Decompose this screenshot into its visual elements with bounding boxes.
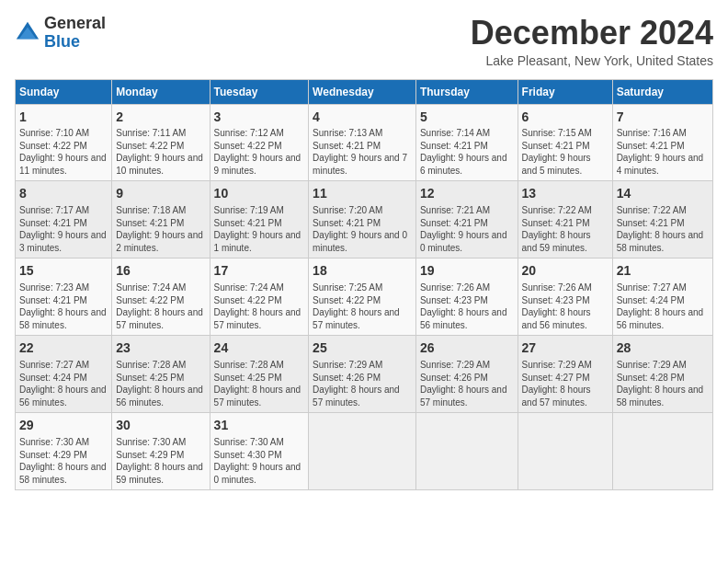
day-info: Sunrise: 7:11 AMSunset: 4:22 PMDaylight:… [116, 127, 205, 177]
calendar-cell: 15Sunrise: 7:23 AMSunset: 4:21 PMDayligh… [16, 259, 112, 336]
day-number: 24 [214, 339, 305, 357]
day-info: Sunrise: 7:26 AMSunset: 4:23 PMDaylight:… [522, 282, 609, 331]
day-number: 18 [313, 262, 412, 280]
day-number: 6 [522, 109, 609, 126]
page-header: General Blue December 2024 Lake Pleasant… [15, 15, 713, 68]
day-number: 20 [522, 262, 609, 280]
day-info: Sunrise: 7:26 AMSunset: 4:23 PMDaylight:… [420, 282, 514, 331]
day-info: Sunrise: 7:18 AMSunset: 4:21 PMDaylight:… [116, 204, 205, 254]
day-number: 10 [214, 185, 305, 202]
calendar-title: December 2024 [471, 15, 713, 52]
weekday-header-monday: Monday [112, 79, 210, 104]
day-number: 30 [116, 417, 205, 434]
calendar-table: SundayMondayTuesdayWednesdayThursdayFrid… [15, 79, 713, 490]
day-info: Sunrise: 7:24 AMSunset: 4:22 PMDaylight:… [214, 282, 305, 331]
logo-text: General Blue [44, 15, 106, 52]
day-info: Sunrise: 7:30 AMSunset: 4:29 PMDaylight:… [116, 436, 205, 486]
calendar-cell: 27Sunrise: 7:29 AMSunset: 4:27 PMDayligh… [518, 336, 612, 413]
day-number: 17 [214, 262, 305, 280]
day-number: 28 [617, 339, 709, 357]
calendar-cell: 11Sunrise: 7:20 AMSunset: 4:21 PMDayligh… [309, 181, 416, 259]
calendar-week-row: 1Sunrise: 7:10 AMSunset: 4:22 PMDaylight… [16, 104, 713, 181]
calendar-week-row: 29Sunrise: 7:30 AMSunset: 4:29 PMDayligh… [16, 413, 713, 490]
calendar-cell: 9Sunrise: 7:18 AMSunset: 4:21 PMDaylight… [112, 181, 210, 259]
calendar-cell [612, 413, 712, 490]
calendar-cell: 10Sunrise: 7:19 AMSunset: 4:21 PMDayligh… [210, 181, 309, 259]
calendar-cell: 4Sunrise: 7:13 AMSunset: 4:21 PMDaylight… [309, 104, 416, 181]
calendar-cell: 19Sunrise: 7:26 AMSunset: 4:23 PMDayligh… [415, 259, 518, 336]
day-number: 3 [214, 109, 305, 126]
calendar-cell: 16Sunrise: 7:24 AMSunset: 4:22 PMDayligh… [112, 259, 210, 336]
title-section: December 2024 Lake Pleasant, New York, U… [471, 15, 713, 68]
day-info: Sunrise: 7:30 AMSunset: 4:29 PMDaylight:… [19, 436, 108, 486]
day-number: 2 [116, 109, 205, 126]
day-info: Sunrise: 7:25 AMSunset: 4:22 PMDaylight:… [313, 282, 412, 331]
day-info: Sunrise: 7:21 AMSunset: 4:21 PMDaylight:… [420, 204, 514, 254]
weekday-header-row: SundayMondayTuesdayWednesdayThursdayFrid… [16, 79, 713, 104]
day-number: 29 [19, 417, 108, 434]
weekday-header-tuesday: Tuesday [210, 79, 309, 104]
day-number: 22 [19, 339, 108, 357]
day-number: 12 [420, 185, 514, 202]
logo-blue: Blue [44, 32, 80, 51]
day-info: Sunrise: 7:29 AMSunset: 4:27 PMDaylight:… [522, 359, 609, 408]
logo: General Blue [15, 15, 106, 52]
day-number: 5 [420, 109, 514, 126]
day-number: 21 [617, 262, 709, 280]
logo-general: General [44, 14, 106, 32]
day-info: Sunrise: 7:16 AMSunset: 4:21 PMDaylight:… [617, 127, 709, 177]
day-number: 19 [420, 262, 514, 280]
day-info: Sunrise: 7:28 AMSunset: 4:25 PMDaylight:… [214, 359, 305, 408]
day-info: Sunrise: 7:12 AMSunset: 4:22 PMDaylight:… [214, 127, 305, 177]
day-number: 15 [19, 262, 108, 280]
day-number: 1 [19, 109, 108, 126]
day-info: Sunrise: 7:13 AMSunset: 4:21 PMDaylight:… [313, 127, 412, 177]
calendar-cell: 21Sunrise: 7:27 AMSunset: 4:24 PMDayligh… [612, 259, 712, 336]
day-info: Sunrise: 7:15 AMSunset: 4:21 PMDaylight:… [522, 127, 609, 177]
calendar-subtitle: Lake Pleasant, New York, United States [471, 53, 713, 68]
day-number: 4 [313, 109, 412, 126]
day-number: 23 [116, 339, 205, 357]
day-info: Sunrise: 7:27 AMSunset: 4:24 PMDaylight:… [19, 359, 108, 408]
day-info: Sunrise: 7:28 AMSunset: 4:25 PMDaylight:… [116, 359, 205, 408]
day-info: Sunrise: 7:17 AMSunset: 4:21 PMDaylight:… [19, 204, 108, 254]
day-info: Sunrise: 7:19 AMSunset: 4:21 PMDaylight:… [214, 204, 305, 254]
day-info: Sunrise: 7:29 AMSunset: 4:28 PMDaylight:… [617, 359, 709, 408]
day-number: 31 [214, 417, 305, 434]
calendar-cell: 30Sunrise: 7:30 AMSunset: 4:29 PMDayligh… [112, 413, 210, 490]
calendar-cell: 25Sunrise: 7:29 AMSunset: 4:26 PMDayligh… [309, 336, 416, 413]
day-number: 16 [116, 262, 205, 280]
day-number: 25 [313, 339, 412, 357]
day-info: Sunrise: 7:24 AMSunset: 4:22 PMDaylight:… [116, 282, 205, 331]
calendar-cell: 20Sunrise: 7:26 AMSunset: 4:23 PMDayligh… [518, 259, 612, 336]
day-info: Sunrise: 7:22 AMSunset: 4:21 PMDaylight:… [522, 204, 609, 254]
day-info: Sunrise: 7:22 AMSunset: 4:21 PMDaylight:… [617, 204, 709, 254]
calendar-cell: 26Sunrise: 7:29 AMSunset: 4:26 PMDayligh… [415, 336, 518, 413]
calendar-cell: 18Sunrise: 7:25 AMSunset: 4:22 PMDayligh… [309, 259, 416, 336]
weekday-header-friday: Friday [518, 79, 612, 104]
day-number: 8 [19, 185, 108, 202]
weekday-header-saturday: Saturday [612, 79, 712, 104]
calendar-week-row: 8Sunrise: 7:17 AMSunset: 4:21 PMDaylight… [16, 181, 713, 259]
calendar-cell: 8Sunrise: 7:17 AMSunset: 4:21 PMDaylight… [16, 181, 112, 259]
calendar-cell: 29Sunrise: 7:30 AMSunset: 4:29 PMDayligh… [16, 413, 112, 490]
calendar-cell [309, 413, 416, 490]
calendar-cell: 5Sunrise: 7:14 AMSunset: 4:21 PMDaylight… [415, 104, 518, 181]
calendar-cell: 31Sunrise: 7:30 AMSunset: 4:30 PMDayligh… [210, 413, 309, 490]
day-info: Sunrise: 7:27 AMSunset: 4:24 PMDaylight:… [617, 282, 709, 331]
day-info: Sunrise: 7:14 AMSunset: 4:21 PMDaylight:… [420, 127, 514, 177]
day-number: 27 [522, 339, 609, 357]
weekday-header-sunday: Sunday [16, 79, 112, 104]
day-info: Sunrise: 7:23 AMSunset: 4:21 PMDaylight:… [19, 282, 108, 331]
day-number: 9 [116, 185, 205, 202]
calendar-cell [518, 413, 612, 490]
logo-icon [15, 20, 40, 46]
day-info: Sunrise: 7:29 AMSunset: 4:26 PMDaylight:… [420, 359, 514, 408]
calendar-cell: 7Sunrise: 7:16 AMSunset: 4:21 PMDaylight… [612, 104, 712, 181]
calendar-cell: 23Sunrise: 7:28 AMSunset: 4:25 PMDayligh… [112, 336, 210, 413]
calendar-cell: 3Sunrise: 7:12 AMSunset: 4:22 PMDaylight… [210, 104, 309, 181]
calendar-week-row: 15Sunrise: 7:23 AMSunset: 4:21 PMDayligh… [16, 259, 713, 336]
calendar-cell: 1Sunrise: 7:10 AMSunset: 4:22 PMDaylight… [16, 104, 112, 181]
calendar-cell: 24Sunrise: 7:28 AMSunset: 4:25 PMDayligh… [210, 336, 309, 413]
day-number: 11 [313, 185, 412, 202]
